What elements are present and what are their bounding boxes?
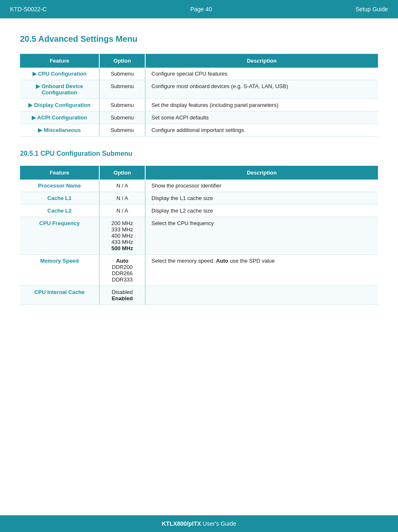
- description-cell: Configure special CPU features: [145, 68, 378, 80]
- col-description-1: Description: [145, 54, 378, 68]
- cpu-config-table: Feature Option Description Processor Nam…: [20, 166, 378, 305]
- page-footer: KTLX800/pITX User's Guide: [0, 515, 398, 532]
- header-page-number: Page 40: [190, 6, 212, 13]
- col-feature-2: Feature: [20, 166, 99, 180]
- option-cell: DisabledEnabled: [99, 286, 145, 305]
- table-row: ▶ MiscellaneousSubmenuConfigure addition…: [20, 124, 378, 137]
- feature-label: ▶ Onboard DeviceConfiguration: [26, 83, 93, 96]
- feature-cell: ▶ Display Configuration: [20, 99, 99, 111]
- option-cell: Submenu: [99, 99, 145, 111]
- main-content: 20.5 Advanced Settings Menu Feature Opti…: [0, 18, 398, 331]
- feature-cell: ▶ Miscellaneous: [20, 124, 99, 137]
- option-cell: 200 MHz333 MHz400 MHz433 MHz500 MHz: [99, 217, 145, 255]
- feature-cell: Cache L2: [20, 205, 99, 217]
- description-cell: Set some ACPI defaults: [145, 111, 378, 124]
- table-row: CPU Frequency200 MHz333 MHz400 MHz433 MH…: [20, 217, 378, 255]
- section-20-5-heading: 20.5 Advanced Settings Menu: [20, 34, 378, 44]
- description-cell: Display the L2 cache size: [145, 205, 378, 217]
- description-cell: Display the L1 cache size: [145, 192, 378, 205]
- table-row: ▶ CPU ConfigurationSubmenuConfigure spec…: [20, 68, 378, 80]
- table-row: Cache L2N / ADisplay the L2 cache size: [20, 205, 378, 217]
- description-cell: Configure most onboard devices (e.g. S-A…: [145, 80, 378, 99]
- col-description-2: Description: [145, 166, 378, 180]
- header-doc-type: Setup Guide: [355, 6, 388, 13]
- table-row: CPU Internal CacheDisabledEnabled: [20, 286, 378, 305]
- option-cell: N / A: [99, 180, 145, 192]
- feature-cell: CPU Frequency: [20, 217, 99, 255]
- description-cell: Show the processor identifier: [145, 180, 378, 192]
- feature-label: ▶ Miscellaneous: [38, 127, 81, 133]
- footer-product-name: KTLX800/pITX User's Guide: [162, 520, 237, 527]
- description-cell: [145, 286, 378, 305]
- table-row: ▶ ACPI ConfigurationSubmenuSet some ACPI…: [20, 111, 378, 124]
- option-cell: Submenu: [99, 68, 145, 80]
- feature-label: ▶ Display Configuration: [28, 102, 91, 108]
- description-cell: Select the CPU frequency: [145, 217, 378, 255]
- option-cell: N / A: [99, 205, 145, 217]
- feature-cell: ▶ CPU Configuration: [20, 68, 99, 80]
- feature-label: ▶ CPU Configuration: [33, 71, 87, 77]
- feature-cell: Memory Speed: [20, 255, 99, 286]
- header-doc-id: KTD-S0022-C: [10, 6, 47, 13]
- description-cell: Set the display features (including pane…: [145, 99, 378, 111]
- footer-bold-text: KTLX800/pITX: [162, 520, 201, 527]
- description-cell: Configure additional important settings: [145, 124, 378, 137]
- table-row: Cache L1N / ADisplay the L1 cache size: [20, 192, 378, 205]
- section-20-5-1-heading: 20.5.1 CPU Configuration Submenu: [20, 150, 378, 157]
- table-row: Processor NameN / AShow the processor id…: [20, 180, 378, 192]
- feature-cell: Cache L1: [20, 192, 99, 205]
- col-option-2: Option: [99, 166, 145, 180]
- option-cell: Submenu: [99, 124, 145, 137]
- description-cell: Select the memory speed. Auto use the SP…: [145, 255, 378, 286]
- feature-cell: ▶ Onboard DeviceConfiguration: [20, 80, 99, 99]
- page-header: KTD-S0022-C Page 40 Setup Guide: [0, 0, 398, 18]
- table-row: ▶ Display ConfigurationSubmenuSet the di…: [20, 99, 378, 111]
- option-cell: AutoDDR200DDR266DDR333: [99, 255, 145, 286]
- feature-cell: CPU Internal Cache: [20, 286, 99, 305]
- footer-normal-text: User's Guide: [201, 520, 236, 527]
- table-row: ▶ Onboard DeviceConfigurationSubmenuConf…: [20, 80, 378, 99]
- advanced-settings-table: Feature Option Description ▶ CPU Configu…: [20, 54, 378, 137]
- option-cell: Submenu: [99, 111, 145, 124]
- feature-cell: ▶ ACPI Configuration: [20, 111, 99, 124]
- feature-label: ▶ ACPI Configuration: [32, 114, 87, 121]
- option-cell: N / A: [99, 192, 145, 205]
- feature-cell: Processor Name: [20, 180, 99, 192]
- col-feature-1: Feature: [20, 54, 99, 68]
- col-option-1: Option: [99, 54, 145, 68]
- option-cell: Submenu: [99, 80, 145, 99]
- table-row: Memory SpeedAutoDDR200DDR266DDR333Select…: [20, 255, 378, 286]
